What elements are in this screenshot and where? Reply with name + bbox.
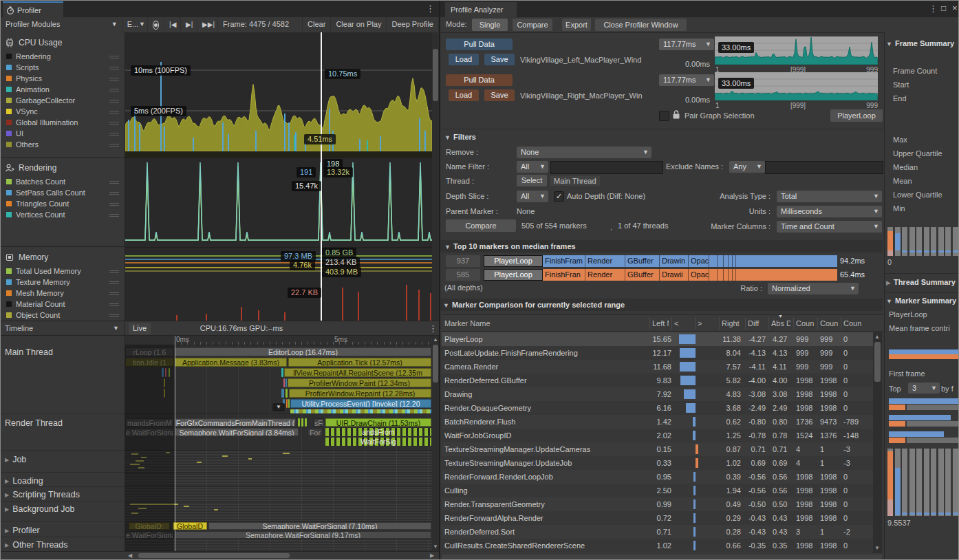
table-row[interactable]: PlayerLoop15.6511.38-4.274.279999990 <box>442 332 873 346</box>
timeline-tracks[interactable]: 0ms5msrLoop (1.6EditorLoop (16.47ms)tion… <box>125 336 432 551</box>
top10-segment[interactable]: Drawin <box>660 255 689 267</box>
timeline-span-profilerwindow-repaint-12-28ms[interactable]: ProfilerWindow.Repaint (12.28ms) <box>289 389 431 398</box>
top10-playerloop-box[interactable]: PlayerLoop <box>484 269 543 281</box>
timeline-span-uir-drawchain-11-53ms[interactable]: UIR.DrawChain (11.53ms) <box>325 418 431 427</box>
current-frame-button[interactable]: ▶▶| <box>197 17 218 32</box>
column-header-7[interactable]: Coun <box>796 319 815 327</box>
record-button[interactable] <box>148 17 164 32</box>
exclude-mode-dropdown[interactable]: Any▼ <box>729 161 765 173</box>
load-button[interactable]: Load <box>449 54 479 65</box>
table-row[interactable]: Drawing7.924.83-3.083.08199819980 <box>442 387 873 401</box>
timeline-span[interactable] <box>298 418 300 427</box>
close-icon[interactable]: × <box>952 3 958 13</box>
rendering-chart[interactable] <box>125 158 432 247</box>
prev-frame-button[interactable]: |◀ <box>164 17 181 32</box>
drag-handle-icon[interactable] <box>109 191 119 195</box>
drag-handle-icon[interactable] <box>109 76 119 80</box>
timeline-span[interactable] <box>285 389 288 398</box>
ratio-dropdown[interactable]: Normalized▼ <box>768 283 859 294</box>
remove-dropdown[interactable]: None▼ <box>517 147 651 158</box>
module-item-rendering[interactable]: Rendering <box>6 51 122 61</box>
drag-handle-icon[interactable] <box>109 213 119 217</box>
drag-handle-icon[interactable] <box>109 291 119 295</box>
tab-profile-analyzer[interactable]: Profile Analyzer <box>445 2 517 17</box>
live-button[interactable]: Live <box>129 323 151 334</box>
comparison-table-body[interactable]: PlayerLoop15.6511.38-4.274.279999990Post… <box>442 332 873 553</box>
column-header-4[interactable]: Right <box>722 319 742 327</box>
timeline-span-application-tick-12-57ms[interactable]: Application.Tick (12.57ms) <box>288 358 431 367</box>
profiler-charts[interactable]: 10ms (100FPS) 5ms (200FPS) 10.75ms 4.51m… <box>125 32 432 321</box>
frame-summary-header[interactable]: ▼Frame Summary <box>886 39 954 47</box>
scroll-right-icon[interactable]: ▶ <box>429 552 435 559</box>
depth-slice-dropdown[interactable]: All▼ <box>517 191 548 202</box>
scroll-up-icon[interactable]: ▲ <box>432 336 439 343</box>
timeline-span-globald[interactable]: GlobalD <box>173 522 207 530</box>
column-divider[interactable] <box>768 317 769 330</box>
column-header-0[interactable]: Marker Name <box>444 319 647 327</box>
column-header-2[interactable]: < <box>674 319 692 327</box>
column-divider[interactable] <box>649 317 650 330</box>
frame-time-graph[interactable]: 33.00ms <box>715 36 878 65</box>
selected-frame-playhead[interactable] <box>321 32 322 321</box>
compare-button[interactable]: Compare <box>446 219 516 232</box>
timeline-span[interactable] <box>290 409 431 413</box>
mode-compare-button[interactable]: Compare <box>513 19 552 31</box>
editor-target-dropdown[interactable]: E... ▼ <box>122 17 148 32</box>
top10-segment[interactable]: FinishFram <box>543 255 585 267</box>
column-divider[interactable] <box>695 317 696 330</box>
tab-profiler[interactable]: Profiler <box>3 1 63 17</box>
exclude-names-input[interactable] <box>765 161 883 174</box>
scroll-up-icon[interactable]: ▲ <box>874 334 881 341</box>
table-vscrollbar[interactable]: ▲ ▼ <box>873 332 882 553</box>
top10-header[interactable]: ▼Top 10 markers on median frames <box>440 240 883 252</box>
table-row[interactable]: Camera.Render11.687.57-4.114.119999990 <box>442 360 873 374</box>
thread-label-main-thread[interactable]: Main Thread <box>5 347 53 358</box>
table-row[interactable]: Render.OpaqueGeometry6.163.68-2.492.4919… <box>442 401 873 415</box>
top10-marker-bar[interactable]: PlayerLoopFinishFramRenderGBufferDrawinO… <box>484 255 837 267</box>
median-frame-index[interactable]: 585 <box>446 269 480 281</box>
module-item-texture-memory[interactable]: Texture Memory <box>6 277 122 287</box>
drag-handle-icon[interactable] <box>109 202 119 206</box>
thread-label-profiler[interactable]: ▶Profiler <box>5 525 40 536</box>
pair-graph-checkbox[interactable] <box>659 111 669 121</box>
module-item-batches-count[interactable]: Batches Count <box>6 176 122 186</box>
top10-marker-bar[interactable]: PlayerLoopFinishFranRenderGBufferDrawiiO… <box>484 269 837 281</box>
module-item-mesh-memory[interactable]: Mesh Memory <box>6 288 122 298</box>
column-header-9[interactable]: Coun <box>843 319 867 327</box>
table-row[interactable]: RenderForward.RenderLoopJob0.950.39-0.56… <box>442 470 873 484</box>
clear-on-play-button[interactable]: Clear on Play <box>331 17 387 32</box>
column-header-5[interactable]: Diff <box>748 319 766 327</box>
marker-columns-dropdown[interactable]: Time and Count▼ <box>777 221 882 233</box>
table-row[interactable]: RenderDeferred.Sort0.710.28-0.430.4331-2 <box>442 525 873 539</box>
cpu-usage-chart[interactable] <box>125 32 432 158</box>
save-button[interactable]: Save <box>484 54 515 65</box>
drag-handle-icon[interactable] <box>109 142 119 147</box>
timeline-view-dropdown[interactable]: Timeline ▼ <box>1 321 125 336</box>
memory-chart[interactable] <box>125 247 432 321</box>
frame-time-graph[interactable]: 33.00ms <box>715 72 878 100</box>
drag-handle-icon[interactable] <box>109 120 119 125</box>
histogram-bar[interactable] <box>909 449 915 516</box>
timeline-span-utility-processevent-invoke-12-20[interactable]: Utility.ProcessEvent() [Invoke] (12.20 <box>290 399 431 408</box>
charts-scrollbar[interactable] <box>432 32 439 321</box>
marker-summary-header[interactable]: ▼Marker Summary <box>886 297 956 305</box>
table-row[interactable]: CullResults.CreateSharedRendererScene1.0… <box>442 539 873 552</box>
name-filter-input[interactable] <box>550 161 663 174</box>
timeline-span[interactable] <box>281 368 283 377</box>
marker-comparison-header[interactable]: ▼Marker Comparison for currently selecte… <box>440 299 883 311</box>
module-item-garbagecollector[interactable]: GarbageCollector <box>6 95 122 105</box>
table-row[interactable]: WaitForJobGroupID2.021.25-0.780.78152413… <box>442 429 873 442</box>
drag-handle-icon[interactable] <box>109 302 119 306</box>
timeline-span-waitforsig[interactable]: WaitForSig <box>325 438 431 446</box>
drag-handle-icon[interactable] <box>109 131 119 136</box>
column-divider[interactable] <box>793 317 794 330</box>
scroll-down-icon[interactable]: ▼ <box>432 543 439 550</box>
timeline-kebab-icon[interactable]: ⋮ <box>429 323 438 334</box>
histogram-bar[interactable] <box>924 449 929 516</box>
thread-label-other-threads[interactable]: ▶Other Threads <box>5 539 68 550</box>
module-header-cpu-usage[interactable]: CPUCPU Usage <box>5 36 62 49</box>
thread-select-button[interactable]: Select <box>517 175 547 186</box>
export-button[interactable]: Export <box>562 19 591 31</box>
scrollbar-thumb[interactable] <box>433 345 438 383</box>
thread-label-background-job[interactable]: ▶Background Job <box>5 504 75 515</box>
